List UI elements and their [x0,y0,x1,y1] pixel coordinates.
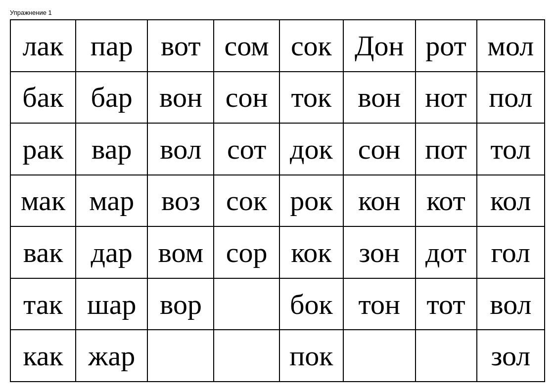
cell-r2-c1: вар [76,123,147,175]
cell-r3-c0: мак [10,175,76,227]
table-row: макмарвозсокрокконкоткол [10,175,545,227]
cell-r5-c7: вол [477,278,545,330]
cell-r2-c2: вол [147,123,214,175]
cell-r1-c6: нот [416,72,477,124]
table-row: какжарпокзол [10,330,545,382]
cell-r5-c6: тот [416,278,477,330]
cell-r6-c7: зол [477,330,545,382]
cell-r2-c3: сот [214,123,279,175]
cell-r2-c5: сон [343,123,416,175]
table-row: лакпарвотсомсокДонротмол [10,20,545,72]
cell-r1-c4: ток [279,72,343,124]
cell-r4-c7: гол [477,226,545,278]
cell-r4-c1: дар [76,226,147,278]
cell-r6-c6 [416,330,477,382]
cell-r6-c5 [343,330,416,382]
cell-r6-c1: жар [76,330,147,382]
cell-r2-c7: тол [477,123,545,175]
cell-r0-c4: сок [279,20,343,72]
cell-r5-c1: шар [76,278,147,330]
cell-r1-c0: бак [10,72,76,124]
cell-r6-c3 [214,330,279,382]
cell-r4-c3: сор [214,226,279,278]
cell-r2-c6: пот [416,123,477,175]
cell-r4-c2: вом [147,226,214,278]
cell-r0-c6: рот [416,20,477,72]
cell-r1-c3: сон [214,72,279,124]
cell-r1-c7: пол [477,72,545,124]
cell-r3-c4: рок [279,175,343,227]
cell-r0-c1: пар [76,20,147,72]
table-row: бакбарвонсонтоквоннотпол [10,72,545,124]
cell-r6-c4: пок [279,330,343,382]
cell-r0-c5: Дон [343,20,416,72]
table-row: вакдарвомсоркокзондотгол [10,226,545,278]
cell-r5-c4: бок [279,278,343,330]
cell-r3-c6: кот [416,175,477,227]
table-row: такшарворбоктонтотвол [10,278,545,330]
cell-r3-c2: воз [147,175,214,227]
cell-r0-c2: вот [147,20,214,72]
cell-r2-c4: док [279,123,343,175]
cell-r0-c7: мол [477,20,545,72]
cell-r5-c5: тон [343,278,416,330]
cell-r3-c3: сок [214,175,279,227]
cell-r3-c7: кол [477,175,545,227]
cell-r3-c5: кон [343,175,416,227]
cell-r1-c5: вон [343,72,416,124]
cell-r4-c0: вак [10,226,76,278]
cell-r4-c4: кок [279,226,343,278]
word-grid: лакпарвотсомсокДонротмолбакбарвонсонтокв… [10,19,545,382]
cell-r5-c2: вор [147,278,214,330]
cell-r5-c3 [214,278,279,330]
cell-r5-c0: так [10,278,76,330]
cell-r0-c3: сом [214,20,279,72]
cell-r6-c0: как [10,330,76,382]
table-row: ракварволсотдоксонпоттол [10,123,545,175]
cell-r1-c2: вон [147,72,214,124]
cell-r6-c2 [147,330,214,382]
cell-r2-c0: рак [10,123,76,175]
exercise-label: Упражнение 1 [10,9,545,16]
cell-r4-c6: дот [416,226,477,278]
cell-r1-c1: бар [76,72,147,124]
cell-r0-c0: лак [10,20,76,72]
cell-r3-c1: мар [76,175,147,227]
cell-r4-c5: зон [343,226,416,278]
